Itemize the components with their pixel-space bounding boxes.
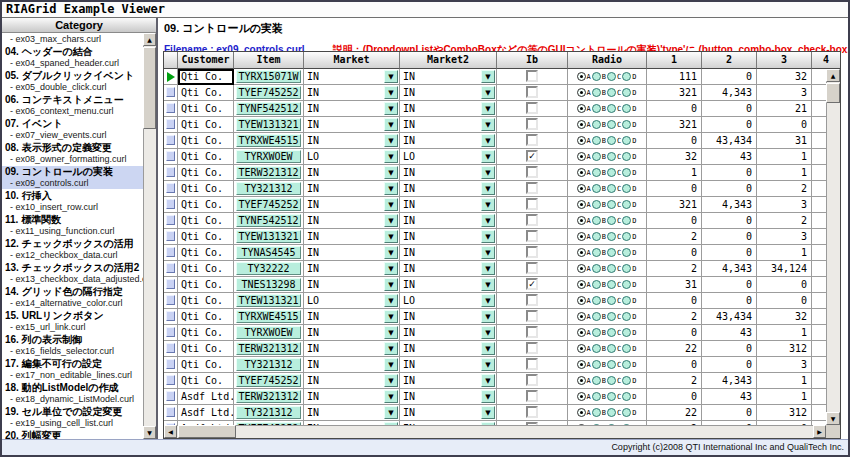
cell-number[interactable]: 1: [757, 149, 812, 165]
sidebar-item[interactable]: 13. チェックボックスの活用2- ex13_checkbox_data_adj…: [5, 262, 143, 285]
cell-customer[interactable]: Qti Co.: [178, 357, 234, 373]
item-button[interactable]: TYEF745252: [236, 86, 301, 99]
dropdown-arrow-icon[interactable]: ▼: [384, 70, 398, 83]
item-button[interactable]: TYEW131321: [236, 118, 301, 131]
radio-button-C[interactable]: [607, 216, 616, 225]
sidebar-item-file[interactable]: - ex07_view_events.curl: [5, 130, 143, 141]
radio-button-C[interactable]: [607, 88, 616, 97]
cell-market2[interactable]: IN▼: [400, 181, 497, 197]
cell-number[interactable]: 31: [647, 277, 702, 293]
radio-button-B[interactable]: [592, 184, 601, 193]
sidebar-scrollbar[interactable]: ▲ ▼: [143, 33, 156, 439]
dropdown-arrow-icon[interactable]: ▼: [481, 294, 495, 307]
checkbox[interactable]: [526, 118, 538, 130]
checkbox[interactable]: [526, 358, 538, 370]
row-selector[interactable]: [164, 101, 178, 117]
dropdown-arrow-icon[interactable]: ▼: [481, 326, 495, 339]
cell-customer[interactable]: Qti Co.: [178, 213, 234, 229]
radio-button-A[interactable]: [577, 168, 586, 177]
cell-market2[interactable]: IN▼: [400, 101, 497, 117]
cell-number[interactable]: 0: [757, 117, 812, 133]
radio-button-C[interactable]: [607, 376, 616, 385]
checkbox[interactable]: [526, 390, 538, 402]
cell-market[interactable]: IN▼: [304, 389, 400, 405]
dropdown-arrow-icon[interactable]: ▼: [481, 182, 495, 195]
cell-market2[interactable]: LO▼: [400, 149, 497, 165]
checkbox[interactable]: [526, 406, 538, 418]
cell-number[interactable]: 1: [757, 325, 812, 341]
radio-button-C[interactable]: [607, 296, 616, 305]
cell-market[interactable]: IN▼: [304, 181, 400, 197]
cell-number[interactable]: [812, 389, 826, 405]
radio-button-D[interactable]: [622, 328, 631, 337]
scrollbar-thumb[interactable]: [143, 47, 156, 129]
dropdown-arrow-icon[interactable]: ▼: [481, 102, 495, 115]
column-header-2[interactable]: 2: [702, 52, 757, 69]
radio-button-D[interactable]: [622, 72, 631, 81]
radio-button-D[interactable]: [622, 184, 631, 193]
sidebar-item[interactable]: 20. 列幅変更- ex20_column_width.curl: [5, 430, 143, 439]
radio-button-D[interactable]: [622, 216, 631, 225]
radio-button-C[interactable]: [607, 360, 616, 369]
cell-market2[interactable]: IN▼: [400, 389, 497, 405]
cell-number[interactable]: 111: [647, 69, 702, 85]
cell-number[interactable]: 0: [647, 181, 702, 197]
radio-button-B[interactable]: [592, 328, 601, 337]
sidebar-item[interactable]: 04. ヘッダーの結合- ex04_spaned_header.curl: [5, 46, 143, 69]
cell-number[interactable]: [812, 69, 826, 85]
sidebar-item-title[interactable]: 10. 行挿入: [5, 190, 143, 202]
radio-button-D[interactable]: [622, 248, 631, 257]
cell-number[interactable]: 0: [702, 405, 757, 421]
radio-button-B[interactable]: [592, 120, 601, 129]
item-button[interactable]: TNES13298: [236, 278, 301, 291]
radio-button-C[interactable]: [607, 392, 616, 401]
radio-button-B[interactable]: [592, 168, 601, 177]
cell-market2[interactable]: IN▼: [400, 357, 497, 373]
cell-customer[interactable]: Qti Co.: [178, 149, 234, 165]
sidebar-item-title[interactable]: 08. 表示形式の定義変更: [5, 142, 143, 154]
cell-number[interactable]: 2: [647, 261, 702, 277]
checkbox[interactable]: [526, 166, 538, 178]
cell-market[interactable]: IN▼: [304, 101, 400, 117]
sidebar-item-file[interactable]: - ex06_context_menu.curl: [5, 106, 143, 117]
cell-number[interactable]: [812, 325, 826, 341]
column-header-Market[interactable]: Market: [304, 52, 400, 69]
cell-market2[interactable]: IN▼: [400, 197, 497, 213]
sidebar-item-title[interactable]: 12. チェックボックスの活用: [5, 238, 143, 250]
dropdown-arrow-icon[interactable]: ▼: [384, 358, 398, 371]
cell-customer[interactable]: Qti Co.: [178, 101, 234, 117]
dropdown-arrow-icon[interactable]: ▼: [384, 374, 398, 387]
sidebar-item-title[interactable]: 19. セル単位での設定変更: [5, 406, 143, 418]
cell-market2[interactable]: IN▼: [400, 373, 497, 389]
cell-market[interactable]: IN▼: [304, 197, 400, 213]
radio-button-C[interactable]: [607, 280, 616, 289]
sidebar-item-file[interactable]: - ex18_dynamic_ListModel.curl: [5, 394, 143, 405]
checkbox[interactable]: [526, 198, 538, 210]
column-header-3[interactable]: 3: [757, 52, 812, 69]
cell-number[interactable]: 312: [757, 341, 812, 357]
cell-number[interactable]: 32: [647, 149, 702, 165]
sidebar-item[interactable]: 11. 標準関数- ex11_using_function.curl: [5, 214, 143, 237]
item-button[interactable]: TYRXWOEW: [236, 326, 301, 339]
radio-button-A[interactable]: [577, 136, 586, 145]
column-header-Market2[interactable]: Market2: [400, 52, 497, 69]
cell-customer[interactable]: Asdf Ltd.: [178, 405, 234, 421]
radio-button-A[interactable]: [577, 200, 586, 209]
item-button[interactable]: TYEW131321: [236, 294, 301, 307]
cell-number[interactable]: 0: [702, 293, 757, 309]
radio-button-B[interactable]: [592, 232, 601, 241]
cell-customer[interactable]: Qti Co.: [178, 69, 234, 85]
cell-number[interactable]: 43: [702, 325, 757, 341]
cell-number[interactable]: 0: [702, 101, 757, 117]
radio-button-D[interactable]: [622, 104, 631, 113]
cell-number[interactable]: [812, 341, 826, 357]
radio-button-A[interactable]: [577, 232, 586, 241]
radio-button-D[interactable]: [622, 280, 631, 289]
checkbox[interactable]: [526, 70, 538, 82]
dropdown-arrow-icon[interactable]: ▼: [481, 150, 495, 163]
radio-button-D[interactable]: [622, 360, 631, 369]
sidebar-item-title[interactable]: 16. 列の表示制御: [5, 334, 143, 346]
sidebar-item-file[interactable]: - ex11_using_function.curl: [5, 226, 143, 237]
dropdown-arrow-icon[interactable]: ▼: [481, 358, 495, 371]
cell-customer[interactable]: Qti Co.: [178, 309, 234, 325]
